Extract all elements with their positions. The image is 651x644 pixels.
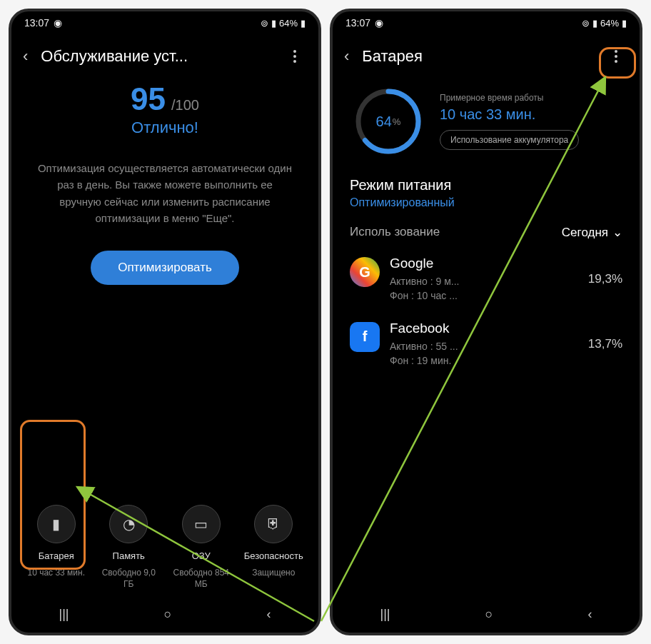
score-block: 95 /100 Отлично!: [11, 81, 318, 137]
back-icon[interactable]: ‹: [344, 47, 349, 66]
messenger-icon: ◉: [375, 17, 383, 29]
app-item-facebook[interactable]: f Facebook Активно : 55 ... Фон : 19 мин…: [333, 311, 640, 376]
status-bar: 13:07 ◉ ⊚ ▮ 64% ▮: [333, 11, 640, 34]
memory-icon: ▭: [182, 505, 221, 543]
phone-right-battery: 13:07 ◉ ⊚ ▮ 64% ▮ ‹ Батарея 64% Примерно…: [330, 9, 642, 635]
tile-security[interactable]: ⛨ Безопасность Защищено: [241, 505, 306, 590]
battery-usage-button[interactable]: Использование аккумулятора: [440, 130, 579, 150]
signal-icon: ▮: [271, 18, 276, 29]
score-label: Отлично!: [26, 119, 304, 137]
navigation-bar: ||| ○ ‹: [11, 595, 318, 633]
wifi-icon: ⊚: [582, 18, 590, 29]
chevron-down-icon: ⌄: [612, 225, 622, 240]
battery-ring: 64%: [353, 86, 424, 157]
battery-percent: 64%: [600, 18, 619, 29]
battery-percent: 64%: [279, 18, 298, 29]
app-item-google[interactable]: G Google Активно : 9 м... Фон : 10 час .…: [333, 246, 640, 311]
tile-battery[interactable]: ▮ Батарея 10 час 33 мин.: [24, 505, 89, 590]
nav-home[interactable]: ○: [485, 607, 493, 622]
score-max: /100: [171, 97, 199, 114]
nav-back[interactable]: ‹: [266, 607, 271, 622]
header: ‹ Обслуживание уст...: [11, 34, 318, 81]
phone-left-device-care: 13:07 ◉ ⊚ ▮ 64% ▮ ‹ Обслуживание уст... …: [9, 9, 321, 635]
shield-icon: ⛨: [254, 505, 293, 543]
status-bar: 13:07 ◉ ⊚ ▮ 64% ▮: [11, 11, 318, 34]
optimize-button[interactable]: Оптимизировать: [91, 251, 239, 285]
back-icon[interactable]: ‹: [23, 47, 28, 66]
google-icon: G: [350, 257, 380, 287]
page-title: Батарея: [362, 47, 591, 66]
signal-icon: ▮: [592, 18, 597, 29]
category-tiles: ▮ Батарея 10 час 33 мин. ◔ Память Свобод…: [11, 505, 318, 590]
messenger-icon: ◉: [54, 17, 62, 29]
battery-icon: ▮: [622, 18, 627, 29]
usage-value: Сегодня: [562, 226, 608, 240]
tile-storage[interactable]: ◔ Память Свободно 9,0 ГБ: [96, 505, 161, 590]
battery-icon: ▮: [301, 18, 306, 29]
header: ‹ Батарея: [333, 34, 640, 81]
page-title: Обслуживание уст...: [41, 47, 270, 66]
power-mode-value: Оптимизированный: [350, 196, 622, 209]
power-mode-title: Режим питания: [350, 177, 622, 193]
nav-recent[interactable]: |||: [380, 607, 390, 622]
score-value: 95: [131, 81, 166, 117]
ring-time: 10 час 33 мин.: [440, 106, 622, 123]
nav-home[interactable]: ○: [164, 607, 172, 622]
facebook-icon: f: [350, 322, 380, 352]
storage-icon: ◔: [109, 505, 148, 543]
navigation-bar: ||| ○ ‹: [333, 595, 640, 633]
ring-label: Примерное время работы: [440, 93, 622, 104]
battery-summary: 64% Примерное время работы 10 час 33 мин…: [333, 81, 640, 164]
battery-icon: ▮: [37, 505, 76, 543]
nav-recent[interactable]: |||: [59, 607, 69, 622]
more-menu-button[interactable]: [283, 44, 307, 69]
ring-value: 64: [376, 114, 392, 130]
wifi-icon: ⊚: [261, 18, 268, 29]
more-menu-button[interactable]: [604, 44, 628, 69]
status-time: 13:07: [345, 17, 370, 29]
power-mode-section[interactable]: Режим питания Оптимизированный: [333, 164, 640, 216]
status-time: 13:07: [24, 17, 49, 29]
nav-back[interactable]: ‹: [587, 607, 592, 622]
usage-period-row[interactable]: Исполь зование Сегодня ⌄: [333, 216, 640, 246]
optimization-description: Оптимизация осуществляется автоматически…: [11, 137, 318, 226]
usage-label: Исполь зование: [350, 225, 440, 239]
tile-memory[interactable]: ▭ ОЗУ Свободно 854 МБ: [168, 505, 234, 590]
